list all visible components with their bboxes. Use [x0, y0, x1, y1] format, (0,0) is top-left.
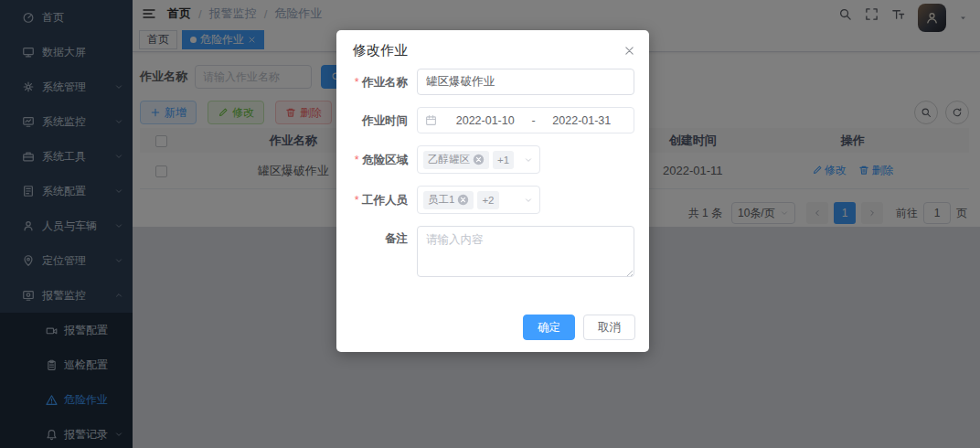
selected-tag: 乙醇罐区	[423, 151, 489, 169]
danger-area-label: 危险区域	[344, 147, 408, 173]
more-count-tag: +1	[493, 151, 514, 169]
date-range-picker[interactable]: 2022-01-10 - 2022-01-31	[417, 107, 634, 133]
field-job-name: 作业名称	[344, 69, 634, 95]
job-name-label: 作业名称	[344, 69, 408, 95]
cancel-button[interactable]: 取消	[583, 315, 635, 340]
remark-textarea[interactable]	[417, 226, 634, 277]
dialog-title: 修改作业	[353, 42, 408, 59]
confirm-button[interactable]: 确定	[523, 315, 575, 340]
job-name-input[interactable]	[417, 69, 634, 95]
workers-select[interactable]: 员工1 +2	[417, 186, 540, 214]
dialog-header: 修改作业	[336, 30, 649, 69]
field-job-time: 作业时间 2022-01-10 - 2022-01-31	[344, 107, 634, 133]
chevron-down-icon	[524, 196, 533, 205]
workers-label: 工作人员	[344, 187, 408, 213]
tag-label: 乙醇罐区	[428, 153, 470, 166]
field-workers: 工作人员 员工1 +2	[344, 186, 634, 214]
dialog-footer: 确定 取消	[523, 315, 635, 340]
calendar-icon	[425, 114, 437, 126]
start-date-value[interactable]: 2022-01-10	[441, 114, 529, 127]
tag-close-icon[interactable]	[473, 154, 485, 165]
tag-label: 员工1	[428, 193, 454, 207]
remark-label: 备注	[344, 226, 408, 251]
end-date-value[interactable]: 2022-01-31	[538, 114, 626, 127]
chevron-down-icon	[524, 155, 533, 165]
more-count-tag: +2	[477, 191, 498, 209]
selected-tag: 员工1	[423, 191, 474, 209]
edit-job-dialog: 修改作业 作业名称 作业时间 2022-01-10 - 2022-01-31 危…	[336, 30, 649, 352]
date-range-separator: -	[529, 114, 537, 127]
field-danger-area: 危险区域 乙醇罐区 +1	[344, 145, 634, 174]
job-time-label: 作业时间	[344, 108, 408, 133]
field-remark: 备注	[344, 226, 634, 280]
close-icon[interactable]	[623, 45, 635, 57]
tag-close-icon[interactable]	[457, 194, 469, 206]
danger-area-select[interactable]: 乙醇罐区 +1	[417, 145, 540, 174]
